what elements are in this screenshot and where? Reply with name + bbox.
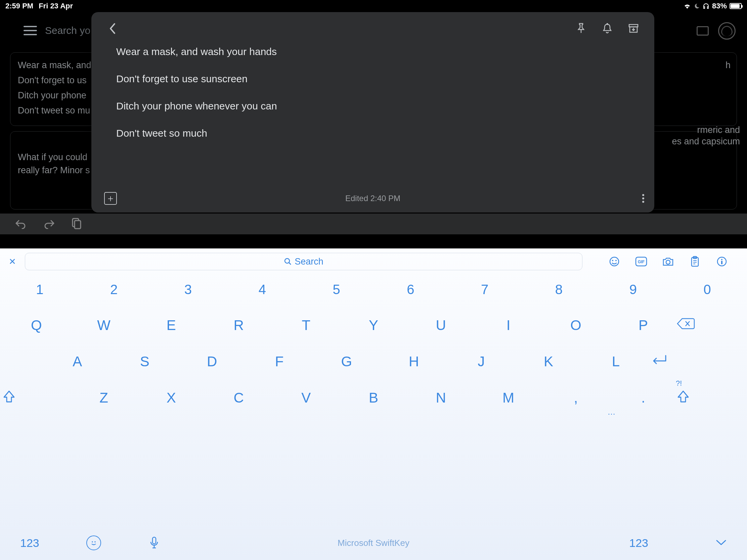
camera-icon[interactable] (661, 256, 675, 267)
avatar[interactable] (718, 22, 736, 39)
clipboard-icon[interactable] (71, 218, 82, 230)
key-u[interactable]: U (407, 317, 474, 334)
svg-point-14 (721, 259, 722, 260)
key-l[interactable]: L (582, 353, 649, 370)
svg-rect-3 (75, 220, 81, 229)
key-g[interactable]: G (313, 353, 380, 370)
pin-icon[interactable] (570, 18, 592, 39)
frag: es and capsicum (672, 135, 740, 148)
archive-icon[interactable] (623, 18, 644, 39)
key-z[interactable]: Z (70, 390, 138, 406)
enter-key[interactable] (650, 353, 737, 370)
kb-search-input[interactable]: Search (25, 253, 583, 270)
headphones-icon (703, 3, 710, 9)
shift-key-right[interactable] (677, 390, 744, 406)
key-v[interactable]: V (273, 390, 340, 406)
key-7[interactable]: 7 (448, 282, 522, 297)
note-line: Don't forget to use sunscreen (116, 72, 629, 85)
kb-emoji-button[interactable] (86, 535, 101, 550)
key-n[interactable]: N (407, 390, 474, 406)
key-k[interactable]: K (515, 353, 582, 370)
key-t[interactable]: T (273, 317, 340, 334)
key-i[interactable]: I (474, 317, 542, 334)
key-9[interactable]: 9 (596, 282, 670, 297)
backspace-key[interactable] (677, 317, 744, 334)
key-5[interactable]: 5 (299, 282, 374, 297)
emoji-icon[interactable] (608, 256, 621, 267)
kb-dismiss-chevron[interactable] (716, 539, 727, 546)
key-e[interactable]: E (137, 317, 205, 334)
kb-search-placeholder: Search (294, 257, 324, 267)
note-line: Ditch your phone whenever you can (116, 99, 629, 112)
key-0[interactable]: 0 (670, 282, 744, 297)
key-2[interactable]: 2 (77, 282, 151, 297)
layout-icon[interactable] (697, 26, 709, 35)
redo-icon[interactable] (43, 219, 55, 229)
key-c[interactable]: C (205, 390, 273, 406)
key-r[interactable]: R (205, 317, 273, 334)
key-a[interactable]: A (44, 353, 111, 370)
key-m[interactable]: M (474, 390, 542, 406)
add-button[interactable]: ＋ (104, 192, 117, 205)
info-icon[interactable] (715, 256, 728, 267)
svg-rect-18 (153, 537, 156, 544)
kb-dismiss-x[interactable]: ✕ (7, 257, 18, 267)
note-line: What if you could really far? Minor s (18, 152, 90, 175)
svg-point-17 (94, 541, 96, 542)
note-editor-panel: Wear a mask, and wash your hands Don't f… (92, 12, 654, 213)
kb-123-left[interactable]: 123 (20, 536, 39, 550)
key-y[interactable]: Y (340, 317, 407, 334)
svg-text:GIF: GIF (638, 260, 645, 264)
keyboard: ✕ Search GIF 1234567890 QWERTYUIOP ASDFG… (0, 248, 747, 560)
menu-icon[interactable] (24, 26, 37, 35)
back-button[interactable] (101, 18, 123, 39)
mic-icon[interactable] (150, 536, 159, 549)
reminder-icon[interactable] (596, 18, 618, 39)
svg-point-4 (285, 259, 289, 263)
shift-key-left[interactable] (3, 390, 70, 406)
svg-point-10 (666, 260, 670, 264)
key-x[interactable]: X (137, 390, 205, 406)
undo-icon[interactable] (15, 219, 27, 229)
key-h[interactable]: H (380, 353, 447, 370)
key-d[interactable]: D (178, 353, 246, 370)
key-3[interactable]: 3 (151, 282, 225, 297)
wifi-icon (683, 3, 691, 9)
kb-row-bottom: ZXCVBNM,….?! (3, 390, 744, 406)
kb-123-right[interactable]: 123 (629, 536, 648, 550)
kb-row-qwerty: QWERTYUIOP (3, 317, 744, 334)
svg-point-6 (612, 260, 613, 261)
key-p[interactable]: P (610, 317, 677, 334)
gif-icon[interactable]: GIF (635, 256, 648, 267)
key-1[interactable]: 1 (3, 282, 77, 297)
clipboard-icon[interactable] (688, 256, 702, 267)
more-icon[interactable] (642, 193, 644, 204)
note-line: Don't tweet so much (116, 127, 629, 140)
note-body[interactable]: Wear a mask, and wash your hands Don't f… (92, 45, 654, 184)
edited-timestamp: Edited 2:40 PM (345, 194, 401, 203)
key-f[interactable]: F (246, 353, 313, 370)
svg-point-7 (615, 260, 617, 261)
key-j[interactable]: J (447, 353, 515, 370)
svg-point-16 (92, 541, 93, 542)
key-6[interactable]: 6 (374, 282, 448, 297)
date: Fri 23 Apr (38, 2, 73, 10)
key-o[interactable]: O (542, 317, 610, 334)
key-8[interactable]: 8 (522, 282, 596, 297)
moon-icon (694, 3, 700, 9)
battery-pct: 83% (712, 2, 727, 10)
key-q[interactable]: Q (3, 317, 70, 334)
battery-icon (729, 3, 742, 9)
key-period[interactable]: .?! (610, 390, 677, 406)
note-line: Wear a mask, and wash your hands (116, 45, 629, 58)
status-bar: 2:59 PM Fri 23 Apr 83% (0, 0, 747, 12)
key-w[interactable]: W (70, 317, 138, 334)
key-4[interactable]: 4 (225, 282, 299, 297)
key-comma[interactable]: ,… (542, 390, 610, 406)
frag: h (725, 59, 730, 72)
search-input-bg[interactable]: Search yo (45, 25, 91, 36)
search-icon (284, 258, 292, 266)
key-s[interactable]: S (111, 353, 178, 370)
svg-rect-15 (721, 261, 722, 264)
key-b[interactable]: B (340, 390, 407, 406)
